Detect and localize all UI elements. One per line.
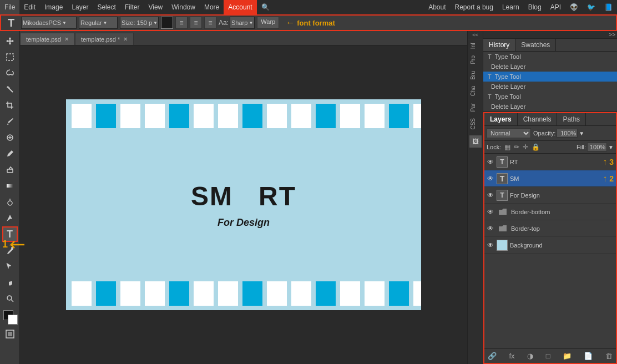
layer-link-icon[interactable]: 🔗: [488, 352, 497, 360]
tool-crop[interactable]: [2, 98, 18, 113]
history-item-2[interactable]: T Type Tool: [483, 72, 617, 82]
lock-transparency-icon[interactable]: ▦: [504, 143, 510, 151]
lock-move-icon[interactable]: ✛: [523, 143, 528, 151]
tool-eyedropper[interactable]: [2, 114, 18, 129]
menu-report-bug[interactable]: Report a bug: [451, 3, 498, 11]
tool-gradient[interactable]: [2, 178, 18, 194]
menu-view[interactable]: View: [144, 0, 167, 14]
tool-brush[interactable]: [2, 146, 18, 161]
tab-swatches[interactable]: Swatches: [515, 39, 556, 51]
side-tab-inf[interactable]: Inf: [468, 39, 483, 52]
warp-button[interactable]: Warp: [257, 17, 279, 29]
aa-dropdown[interactable]: Sharp▼: [230, 17, 255, 29]
layer-mask-icon[interactable]: □: [546, 352, 550, 360]
side-tab-bru[interactable]: Bru: [468, 68, 483, 83]
menu-blog[interactable]: Blog: [524, 3, 546, 11]
layer-eye-border-top[interactable]: 👁: [487, 225, 494, 232]
history-item-3[interactable]: Delete Layer: [483, 82, 617, 92]
tool-select-direct[interactable]: [2, 259, 18, 274]
blend-mode-select[interactable]: Normal Multiply Screen: [487, 128, 531, 138]
menu-edit[interactable]: Edit: [19, 0, 40, 14]
layer-item-border-top[interactable]: 👁 Border-top: [484, 220, 616, 237]
text-color-swatch[interactable]: [161, 17, 173, 29]
tab-close-2[interactable]: ✕: [123, 36, 128, 42]
side-tab-pro[interactable]: Pro: [468, 52, 483, 68]
tool-toggle-mask[interactable]: [2, 326, 18, 342]
opacity-dropdown-icon[interactable]: ▼: [579, 130, 584, 136]
side-tab-image[interactable]: 🖼: [469, 135, 482, 148]
align-right-button[interactable]: ≡: [204, 17, 216, 29]
background-color[interactable]: [8, 315, 18, 325]
tool-path-select[interactable]: [2, 210, 18, 226]
tool-move[interactable]: [2, 33, 18, 49]
history-item-5[interactable]: Delete Layer: [483, 102, 617, 112]
font-style-dropdown[interactable]: Regular▼: [79, 17, 118, 29]
menu-image[interactable]: Image: [40, 0, 67, 14]
layer-eye-border-bottom[interactable]: 👁: [487, 208, 494, 216]
side-tab-cha[interactable]: Cha: [468, 83, 483, 99]
tool-zoom[interactable]: [2, 291, 18, 306]
expand-right-icon[interactable]: >>: [609, 32, 615, 38]
layer-item-fordesign[interactable]: 👁 T For Design: [484, 187, 616, 204]
opacity-input[interactable]: [557, 129, 578, 138]
menu-account[interactable]: Account: [224, 0, 256, 14]
font-name-dropdown[interactable]: MikodacsPCS▼: [21, 17, 77, 29]
layer-folder-icon[interactable]: 📁: [563, 352, 572, 360]
history-item-1[interactable]: Delete Layer: [483, 62, 617, 72]
layer-adjust-icon[interactable]: ◑: [527, 352, 533, 360]
tool-lasso[interactable]: [2, 65, 18, 81]
tab-paths[interactable]: Paths: [557, 113, 586, 125]
tool-spot-heal[interactable]: [2, 130, 18, 145]
search-button[interactable]: 🔍: [257, 0, 274, 14]
tab-history[interactable]: History: [483, 39, 515, 51]
menu-filter[interactable]: Filter: [120, 0, 144, 14]
layer-eye-fordesign[interactable]: 👁: [487, 191, 494, 199]
menu-reddit-icon[interactable]: 👽: [565, 3, 583, 11]
align-left-button[interactable]: ≡: [175, 17, 188, 29]
layer-item-sm[interactable]: 👁 T SM ↑ 2: [484, 170, 616, 187]
layer-item-border-bottom[interactable]: 👁 Border-bottom: [484, 204, 616, 220]
tool-dodge[interactable]: [2, 194, 18, 210]
tool-eraser[interactable]: [2, 162, 18, 178]
tool-type[interactable]: T: [2, 226, 18, 242]
antialiasing-select[interactable]: Aa: Sharp▼: [219, 17, 255, 29]
layer-new-icon[interactable]: 📄: [584, 352, 593, 360]
layer-effects-icon[interactable]: fx: [509, 352, 515, 360]
panel-collapse-left[interactable]: <<: [468, 31, 483, 39]
fill-input[interactable]: [587, 143, 607, 151]
font-size-dropdown[interactable]: Size: 150 p▼: [120, 17, 159, 29]
history-item-0[interactable]: T Type Tool: [483, 52, 617, 62]
fill-dropdown-icon[interactable]: ▼: [608, 144, 614, 150]
menu-layer[interactable]: Layer: [67, 0, 93, 14]
layer-item-rt[interactable]: 👁 T RT ↑ 3: [484, 154, 616, 170]
align-center-button[interactable]: ≡: [190, 17, 202, 29]
side-tab-par[interactable]: Par: [468, 100, 483, 115]
layer-trash-icon[interactable]: 🗑: [605, 352, 613, 360]
lock-paint-icon[interactable]: ✏: [514, 143, 519, 151]
layer-eye-rt[interactable]: 👁: [487, 158, 494, 166]
lock-all-icon[interactable]: 🔒: [532, 143, 540, 151]
tool-magic-wand[interactable]: [2, 82, 18, 97]
menu-api[interactable]: API: [546, 3, 565, 11]
layer-eye-sm[interactable]: 👁: [487, 175, 494, 183]
canvas-content[interactable]: SM RT For Design: [20, 46, 467, 364]
tool-pen[interactable]: [2, 242, 18, 258]
layer-eye-background[interactable]: 👁: [487, 241, 494, 249]
tab-channels[interactable]: Channels: [518, 113, 558, 125]
menu-more[interactable]: More: [200, 0, 224, 14]
tab-template-2[interactable]: template.psd * ✕: [75, 33, 134, 45]
side-tab-css[interactable]: CSS: [468, 115, 483, 133]
menu-select[interactable]: Select: [93, 0, 120, 14]
menu-twitter-icon[interactable]: 🐦: [583, 3, 600, 11]
menu-learn[interactable]: Learn: [498, 3, 524, 11]
tab-layers[interactable]: Layers: [484, 113, 518, 125]
menu-file[interactable]: File: [0, 0, 19, 14]
menu-about[interactable]: About: [424, 3, 450, 11]
tab-close-1[interactable]: ✕: [64, 36, 69, 42]
tool-hand[interactable]: [2, 275, 18, 290]
layer-item-background[interactable]: 👁 Background: [484, 237, 616, 254]
history-item-4[interactable]: T Type Tool: [483, 92, 617, 102]
menu-window[interactable]: Window: [167, 0, 200, 14]
tab-template-1[interactable]: template.psd ✕: [20, 33, 75, 45]
tool-marquee[interactable]: [2, 49, 18, 65]
